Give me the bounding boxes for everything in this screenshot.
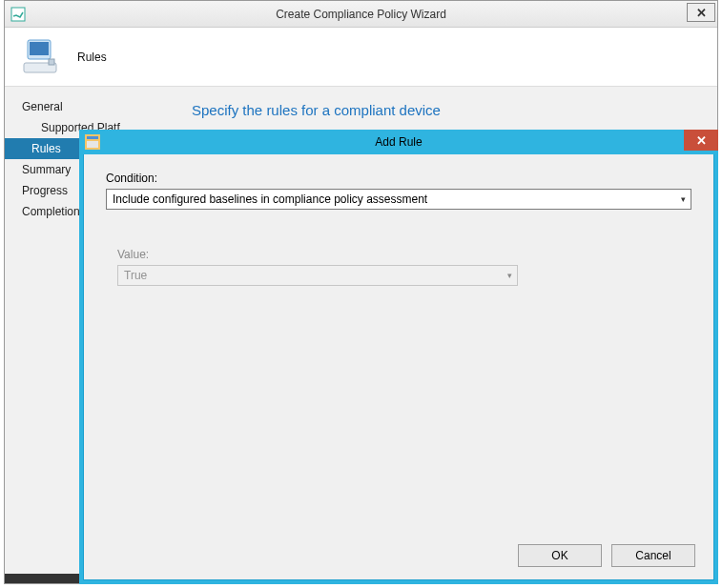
sidebar-item-label: Summary xyxy=(22,163,71,176)
wizard-header-label: Rules xyxy=(77,51,107,64)
sidebar-item-label: General xyxy=(22,100,63,113)
cancel-button[interactable]: Cancel xyxy=(611,544,695,567)
svg-rect-0 xyxy=(11,8,25,21)
value-select-wrap: True ▾ xyxy=(117,265,518,286)
svg-rect-7 xyxy=(87,141,98,148)
condition-select-wrap: Include configured baselines in complian… xyxy=(106,189,691,210)
button-label: OK xyxy=(551,549,567,562)
page-heading: Specify the rules for a compliant device xyxy=(192,102,698,118)
condition-select[interactable]: Include configured baselines in complian… xyxy=(106,189,691,210)
sidebar-item-label: Completion xyxy=(22,205,80,218)
condition-label: Condition: xyxy=(106,172,691,185)
dialog-body: Condition: Include configured baselines … xyxy=(83,154,714,286)
wizard-title: Create Compliance Policy Wizard xyxy=(276,8,446,21)
dialog-button-row: OK Cancel xyxy=(518,544,695,567)
value-block: Value: True ▾ xyxy=(117,248,691,286)
svg-rect-4 xyxy=(49,59,54,65)
svg-rect-2 xyxy=(30,42,49,55)
close-icon: ✕ xyxy=(696,133,707,148)
dialog-title: Add Rule xyxy=(375,135,422,149)
dialog-titlebar[interactable]: Add Rule ✕ xyxy=(79,130,718,154)
ok-button[interactable]: OK xyxy=(518,544,602,567)
add-rule-dialog: Add Rule ✕ Condition: Include configured… xyxy=(79,130,718,584)
dialog-app-icon xyxy=(85,134,100,150)
svg-rect-6 xyxy=(87,136,98,139)
close-icon: ✕ xyxy=(696,7,707,19)
sidebar-item-label: Rules xyxy=(31,142,61,155)
wizard-titlebar[interactable]: Create Compliance Policy Wizard ✕ xyxy=(5,1,717,28)
sidebar-item-general[interactable]: General xyxy=(5,96,173,117)
value-label: Value: xyxy=(117,248,691,261)
wizard-header: Rules xyxy=(5,28,717,87)
sidebar-item-label: Progress xyxy=(22,184,68,197)
button-label: Cancel xyxy=(635,549,670,562)
computer-icon xyxy=(20,34,66,80)
value-select: True xyxy=(117,265,518,286)
wizard-title-icon xyxy=(10,7,26,22)
dialog-close-button[interactable]: ✕ xyxy=(684,130,718,151)
wizard-close-button[interactable]: ✕ xyxy=(687,3,715,22)
